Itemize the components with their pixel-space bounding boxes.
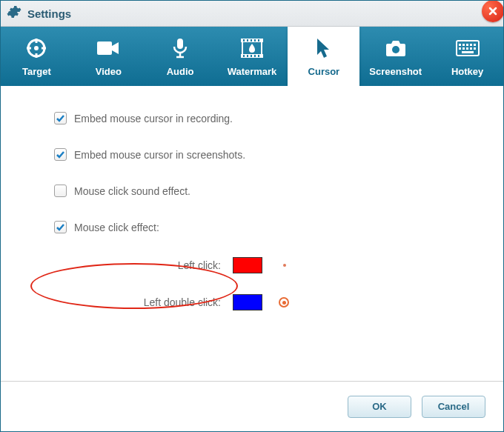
hotkey-icon [456, 36, 480, 60]
target-icon [26, 36, 47, 60]
tab-label: Audio [167, 66, 194, 77]
option-embed-screenshots: Embed mouse cursor in screenshots. [54, 148, 474, 161]
tab-target[interactable]: Target [1, 27, 73, 86]
svg-rect-11 [258, 39, 259, 41]
option-click-sound: Mouse click sound effect. [54, 185, 474, 197]
svg-rect-7 [243, 39, 245, 41]
tab-label: Hotkey [451, 66, 483, 77]
ok-button[interactable]: OK [348, 396, 411, 418]
window-title: Settings [27, 7, 71, 20]
svg-rect-2 [97, 41, 112, 55]
tab-label: Screenshot [369, 66, 422, 77]
svg-rect-9 [251, 39, 252, 41]
tab-screenshot[interactable]: Screenshot [359, 27, 431, 86]
svg-rect-29 [462, 51, 474, 53]
svg-point-17 [392, 46, 399, 53]
checkbox-click-sound[interactable] [54, 185, 67, 197]
tab-bar: Target Video Audio Watermark Cursor Scre… [1, 27, 503, 86]
footer: OK Cancel [1, 381, 503, 431]
svg-rect-3 [177, 39, 183, 49]
left-click-color[interactable] [233, 257, 262, 273]
audio-icon [172, 36, 188, 60]
svg-rect-14 [251, 55, 252, 57]
svg-rect-20 [462, 44, 465, 46]
svg-rect-15 [254, 55, 256, 57]
svg-rect-25 [462, 47, 465, 50]
option-label: Embed mouse cursor in recording. [74, 113, 233, 124]
tab-hotkey[interactable]: Hotkey [431, 27, 503, 86]
tab-label: Cursor [308, 66, 340, 77]
svg-rect-27 [470, 47, 472, 50]
tab-label: Video [96, 66, 122, 77]
tab-label: Target [22, 66, 51, 77]
left-double-click-effect-preview [279, 297, 289, 308]
watermark-icon [241, 36, 263, 60]
svg-rect-13 [247, 55, 248, 57]
title-bar: Settings [1, 1, 503, 27]
left-click-effect-preview [283, 264, 286, 267]
svg-rect-26 [466, 47, 468, 50]
cursor-icon [316, 36, 332, 60]
checkbox-click-effect[interactable] [54, 221, 67, 233]
video-icon [97, 36, 119, 60]
left-click-row: Left click: [54, 257, 474, 273]
svg-rect-8 [247, 39, 248, 41]
svg-rect-24 [459, 47, 461, 50]
option-label: Embed mouse cursor in screenshots. [74, 149, 245, 161]
svg-rect-22 [470, 44, 472, 46]
close-button[interactable] [482, 0, 504, 22]
option-click-effect: Mouse click effect: [54, 221, 474, 233]
left-double-click-color[interactable] [233, 294, 262, 310]
tab-label: Watermark [228, 66, 277, 77]
checkbox-embed-screenshots[interactable] [54, 148, 67, 161]
svg-rect-19 [459, 44, 461, 46]
left-double-click-row: Left double click: [54, 294, 474, 310]
tab-cursor[interactable]: Cursor [288, 27, 359, 86]
screenshot-icon [385, 36, 407, 60]
svg-rect-28 [474, 47, 476, 50]
option-label: Mouse click sound effect. [74, 185, 190, 197]
gear-icon [7, 4, 21, 22]
cancel-button[interactable]: Cancel [422, 396, 485, 418]
svg-rect-16 [258, 55, 259, 57]
left-double-click-label: Left double click: [54, 296, 221, 308]
svg-point-1 [34, 46, 39, 50]
tab-audio[interactable]: Audio [145, 27, 216, 86]
svg-rect-21 [466, 44, 468, 46]
svg-rect-10 [254, 39, 256, 41]
option-label: Mouse click effect: [74, 222, 159, 233]
svg-rect-12 [243, 55, 245, 57]
checkbox-embed-recording[interactable] [54, 112, 67, 124]
option-embed-recording: Embed mouse cursor in recording. [54, 112, 474, 124]
tab-watermark[interactable]: Watermark [216, 27, 288, 86]
left-click-label: Left click: [54, 259, 221, 271]
tab-video[interactable]: Video [73, 27, 145, 86]
content-panel: Embed mouse cursor in recording. Embed m… [1, 86, 503, 381]
svg-rect-23 [474, 44, 476, 46]
